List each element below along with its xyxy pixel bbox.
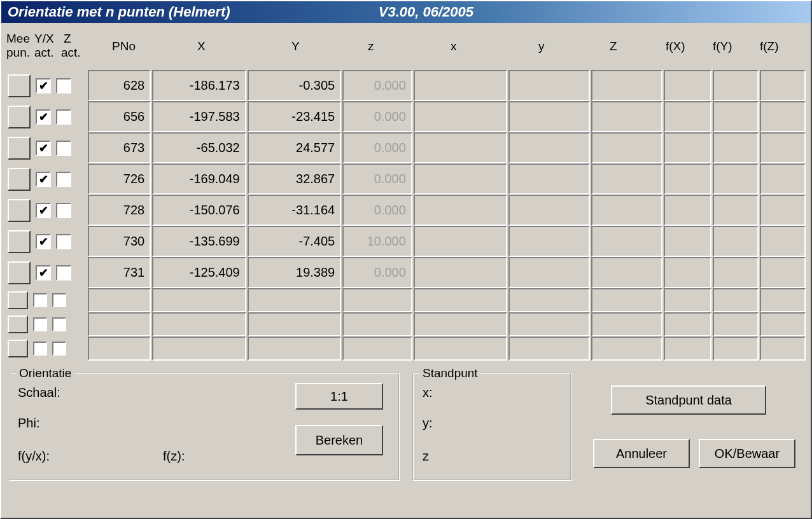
cell-y-lower[interactable] — [508, 195, 590, 226]
cell-y-lower[interactable] — [508, 163, 590, 195]
cell-fZ[interactable] — [760, 70, 806, 101]
checkbox-yx-act[interactable] — [33, 342, 47, 356]
cell-fX[interactable] — [664, 336, 712, 361]
checkbox-yx-act[interactable]: ✔ — [36, 234, 51, 249]
cell-y-lower[interactable] — [508, 132, 590, 163]
cell-fX[interactable] — [664, 312, 712, 336]
cell-pno[interactable]: 656 — [88, 101, 151, 132]
cell-z[interactable] — [342, 288, 412, 312]
cell-X[interactable]: -135.699 — [152, 226, 246, 257]
cell-z[interactable]: 0.000 — [342, 132, 412, 163]
checkbox-yx-act[interactable] — [33, 317, 47, 331]
cell-Y[interactable]: 24.577 — [248, 132, 342, 163]
cell-Z-upper[interactable] — [591, 101, 662, 132]
checkbox-yx-act[interactable]: ✔ — [36, 109, 51, 125]
cell-x-lower[interactable] — [414, 132, 508, 163]
checkbox-z-act[interactable] — [56, 141, 71, 156]
cell-z[interactable]: 0.000 — [342, 195, 412, 226]
cell-pno[interactable] — [88, 312, 151, 336]
cell-x-lower[interactable] — [414, 257, 508, 288]
cell-Y[interactable] — [248, 312, 342, 336]
cell-z[interactable]: 0.000 — [342, 163, 412, 195]
cell-Y[interactable]: 19.389 — [248, 257, 342, 288]
cell-y-lower[interactable] — [508, 70, 590, 101]
checkbox-yx-act[interactable]: ✔ — [36, 78, 51, 93]
cell-fY[interactable] — [713, 70, 759, 101]
cell-X[interactable]: -186.173 — [152, 70, 246, 101]
row-button[interactable] — [8, 106, 31, 128]
cell-Z-upper[interactable] — [591, 195, 662, 226]
cell-fZ[interactable] — [760, 195, 806, 226]
cell-z[interactable] — [342, 312, 412, 336]
cell-pno[interactable]: 628 — [88, 70, 151, 101]
cell-y-lower[interactable] — [508, 312, 590, 336]
cell-x-lower[interactable] — [414, 195, 508, 226]
checkbox-z-act[interactable] — [52, 293, 66, 307]
cell-fY[interactable] — [713, 226, 759, 257]
cell-fX[interactable] — [664, 195, 712, 226]
cell-X[interactable]: -169.049 — [152, 163, 246, 195]
checkbox-yx-act[interactable]: ✔ — [36, 172, 51, 187]
cell-Y[interactable] — [248, 288, 342, 312]
cell-y-lower[interactable] — [508, 336, 590, 361]
cell-pno[interactable]: 730 — [88, 226, 151, 257]
button-annuleer[interactable]: Annuleer — [593, 439, 690, 468]
row-button[interactable] — [8, 315, 28, 333]
button-ok-bewaar[interactable]: OK/Bewaar — [699, 439, 795, 468]
cell-fZ[interactable] — [760, 132, 806, 163]
cell-fY[interactable] — [713, 257, 759, 288]
cell-Z-upper[interactable] — [591, 336, 662, 361]
cell-x-lower[interactable] — [414, 288, 508, 312]
cell-pno[interactable]: 673 — [88, 132, 151, 163]
cell-Y[interactable]: -31.164 — [248, 195, 342, 226]
cell-z[interactable]: 0.000 — [342, 101, 412, 132]
row-button[interactable] — [8, 291, 28, 309]
cell-pno[interactable]: 728 — [88, 195, 151, 226]
row-button[interactable] — [8, 261, 31, 284]
cell-Z-upper[interactable] — [591, 70, 662, 101]
button-1-1[interactable]: 1:1 — [295, 383, 383, 410]
row-button[interactable] — [8, 74, 31, 97]
cell-y-lower[interactable] — [508, 288, 590, 312]
cell-Y[interactable]: -0.305 — [248, 70, 342, 101]
cell-pno[interactable] — [88, 336, 151, 361]
row-button[interactable] — [8, 199, 31, 222]
cell-X[interactable] — [152, 288, 246, 312]
checkbox-z-act[interactable] — [56, 109, 71, 125]
cell-x-lower[interactable] — [414, 163, 508, 195]
cell-fY[interactable] — [713, 163, 759, 195]
cell-fX[interactable] — [664, 132, 712, 163]
cell-X[interactable] — [152, 336, 246, 361]
checkbox-z-act[interactable] — [56, 265, 71, 280]
cell-fX[interactable] — [664, 257, 712, 288]
cell-Y[interactable] — [248, 336, 342, 361]
cell-fX[interactable] — [664, 70, 712, 101]
checkbox-z-act[interactable] — [56, 172, 71, 187]
cell-Y[interactable]: -7.405 — [248, 226, 342, 257]
cell-y-lower[interactable] — [508, 226, 590, 257]
cell-Z-upper[interactable] — [591, 257, 662, 288]
cell-fZ[interactable] — [760, 226, 806, 257]
cell-Z-upper[interactable] — [591, 132, 662, 163]
cell-fZ[interactable] — [760, 312, 806, 336]
row-button[interactable] — [8, 230, 31, 253]
row-button[interactable] — [8, 168, 31, 191]
cell-fX[interactable] — [664, 226, 712, 257]
cell-fY[interactable] — [713, 195, 759, 226]
checkbox-z-act[interactable] — [52, 342, 66, 356]
cell-X[interactable]: -150.076 — [152, 195, 246, 226]
cell-fZ[interactable] — [760, 163, 806, 195]
cell-fZ[interactable] — [760, 101, 806, 132]
checkbox-yx-act[interactable] — [33, 293, 47, 307]
button-standpunt-data[interactable]: Standpunt data — [611, 385, 766, 415]
cell-fX[interactable] — [664, 101, 712, 132]
cell-x-lower[interactable] — [414, 70, 508, 101]
cell-y-lower[interactable] — [508, 257, 590, 288]
cell-y-lower[interactable] — [508, 101, 590, 132]
cell-Z-upper[interactable] — [591, 226, 662, 257]
cell-z[interactable]: 0.000 — [342, 257, 412, 288]
cell-X[interactable]: -65.032 — [152, 132, 246, 163]
cell-x-lower[interactable] — [414, 226, 508, 257]
checkbox-z-act[interactable] — [56, 78, 71, 93]
cell-Y[interactable]: 32.867 — [248, 163, 342, 195]
